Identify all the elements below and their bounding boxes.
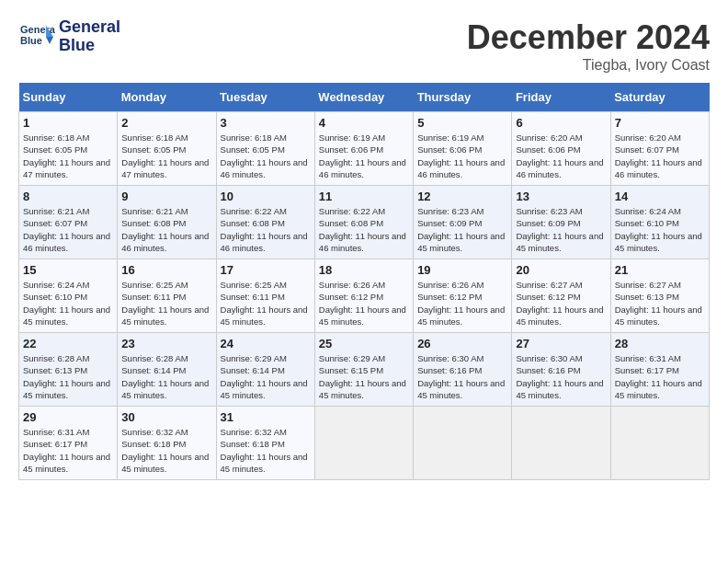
day-number: 26	[417, 337, 507, 350]
day-number: 4	[319, 116, 409, 130]
header-friday: Friday	[512, 83, 610, 112]
calendar-cell: 9Sunrise: 6:21 AMSunset: 6:08 PMDaylight…	[118, 186, 216, 259]
day-number: 9	[121, 190, 211, 203]
day-number: 20	[516, 263, 606, 277]
day-info: Sunrise: 6:19 AMSunset: 6:06 PMDaylight:…	[417, 132, 507, 180]
calendar-cell: 22Sunrise: 6:28 AMSunset: 6:13 PMDayligh…	[19, 333, 118, 407]
header-tuesday: Tuesday	[216, 83, 314, 112]
calendar-cell: 8Sunrise: 6:21 AMSunset: 6:07 PMDaylight…	[19, 186, 118, 259]
day-number: 17	[221, 263, 311, 277]
calendar-cell: 15Sunrise: 6:24 AMSunset: 6:10 PMDayligh…	[19, 259, 118, 333]
day-info: Sunrise: 6:32 AMSunset: 6:18 PMDaylight:…	[221, 426, 311, 475]
day-info: Sunrise: 6:19 AMSunset: 6:06 PMDaylight:…	[319, 132, 409, 180]
calendar-cell: 1Sunrise: 6:18 AMSunset: 6:05 PMDaylight…	[19, 112, 118, 186]
calendar-cell: 23Sunrise: 6:28 AMSunset: 6:14 PMDayligh…	[118, 333, 216, 407]
day-number: 23	[121, 337, 211, 350]
calendar-cell: 7Sunrise: 6:20 AMSunset: 6:07 PMDaylight…	[610, 112, 709, 186]
header-thursday: Thursday	[414, 83, 512, 112]
calendar-cell: 4Sunrise: 6:19 AMSunset: 6:06 PMDaylight…	[314, 112, 413, 186]
calendar-cell: 28Sunrise: 6:31 AMSunset: 6:17 PMDayligh…	[610, 333, 709, 407]
day-info: Sunrise: 6:20 AMSunset: 6:06 PMDaylight:…	[516, 132, 606, 180]
day-number: 31	[221, 410, 311, 424]
day-number: 25	[319, 337, 409, 350]
day-info: Sunrise: 6:18 AMSunset: 6:05 PMDaylight:…	[221, 132, 311, 180]
calendar-cell	[314, 407, 413, 480]
day-number: 28	[615, 337, 705, 350]
calendar-cell	[512, 407, 610, 480]
calendar-table: SundayMondayTuesdayWednesdayThursdayFrid…	[18, 83, 710, 480]
calendar-cell: 24Sunrise: 6:29 AMSunset: 6:14 PMDayligh…	[216, 333, 314, 407]
page-header: General Blue General Blue December 2024 …	[18, 18, 710, 74]
day-info: Sunrise: 6:24 AMSunset: 6:10 PMDaylight:…	[615, 205, 705, 254]
day-number: 2	[121, 116, 211, 130]
day-info: Sunrise: 6:30 AMSunset: 6:16 PMDaylight:…	[417, 352, 507, 401]
calendar-cell: 29Sunrise: 6:31 AMSunset: 6:17 PMDayligh…	[19, 407, 118, 480]
calendar-cell: 30Sunrise: 6:32 AMSunset: 6:18 PMDayligh…	[118, 407, 216, 480]
day-number: 21	[615, 263, 705, 277]
day-number: 14	[615, 190, 705, 203]
day-info: Sunrise: 6:27 AMSunset: 6:13 PMDaylight:…	[615, 279, 705, 327]
calendar-cell: 25Sunrise: 6:29 AMSunset: 6:15 PMDayligh…	[314, 333, 413, 407]
day-number: 7	[615, 116, 705, 130]
day-info: Sunrise: 6:29 AMSunset: 6:14 PMDaylight:…	[221, 352, 311, 401]
calendar-cell	[414, 407, 512, 480]
day-number: 8	[23, 190, 113, 203]
calendar-cell: 6Sunrise: 6:20 AMSunset: 6:06 PMDaylight…	[512, 112, 610, 186]
calendar-cell: 5Sunrise: 6:19 AMSunset: 6:06 PMDaylight…	[414, 112, 512, 186]
calendar-week-2: 8Sunrise: 6:21 AMSunset: 6:07 PMDaylight…	[19, 186, 710, 259]
calendar-cell: 3Sunrise: 6:18 AMSunset: 6:05 PMDaylight…	[216, 112, 314, 186]
calendar-cell: 26Sunrise: 6:30 AMSunset: 6:16 PMDayligh…	[414, 333, 512, 407]
calendar-cell: 16Sunrise: 6:25 AMSunset: 6:11 PMDayligh…	[118, 259, 216, 333]
day-number: 15	[23, 263, 113, 277]
logo-text: General Blue	[59, 18, 120, 55]
calendar-cell: 27Sunrise: 6:30 AMSunset: 6:16 PMDayligh…	[512, 333, 610, 407]
calendar-cell: 21Sunrise: 6:27 AMSunset: 6:13 PMDayligh…	[610, 259, 709, 333]
logo-icon: General Blue	[18, 18, 55, 55]
calendar-week-3: 15Sunrise: 6:24 AMSunset: 6:10 PMDayligh…	[19, 259, 710, 333]
header-wednesday: Wednesday	[314, 83, 413, 112]
day-info: Sunrise: 6:26 AMSunset: 6:12 PMDaylight:…	[319, 279, 409, 327]
calendar-week-1: 1Sunrise: 6:18 AMSunset: 6:05 PMDaylight…	[19, 112, 710, 186]
day-info: Sunrise: 6:25 AMSunset: 6:11 PMDaylight:…	[121, 279, 211, 327]
logo: General Blue General Blue	[18, 18, 120, 55]
calendar-cell: 18Sunrise: 6:26 AMSunset: 6:12 PMDayligh…	[314, 259, 413, 333]
calendar-cell	[610, 407, 709, 480]
day-number: 16	[121, 263, 211, 277]
day-number: 19	[417, 263, 507, 277]
day-info: Sunrise: 6:32 AMSunset: 6:18 PMDaylight:…	[121, 426, 211, 475]
header-sunday: Sunday	[19, 83, 118, 112]
day-info: Sunrise: 6:23 AMSunset: 6:09 PMDaylight:…	[516, 205, 606, 254]
day-number: 12	[417, 190, 507, 203]
day-number: 1	[23, 116, 113, 130]
day-info: Sunrise: 6:22 AMSunset: 6:08 PMDaylight:…	[319, 205, 409, 254]
day-number: 18	[319, 263, 409, 277]
day-info: Sunrise: 6:22 AMSunset: 6:08 PMDaylight:…	[221, 205, 311, 254]
day-info: Sunrise: 6:28 AMSunset: 6:14 PMDaylight:…	[121, 352, 211, 401]
location-title: Tiegba, Ivory Coast	[467, 57, 710, 74]
day-number: 29	[23, 410, 113, 424]
calendar-cell: 31Sunrise: 6:32 AMSunset: 6:18 PMDayligh…	[216, 407, 314, 480]
day-info: Sunrise: 6:20 AMSunset: 6:07 PMDaylight:…	[615, 132, 705, 180]
day-info: Sunrise: 6:30 AMSunset: 6:16 PMDaylight:…	[516, 352, 606, 401]
svg-text:Blue: Blue	[20, 35, 42, 46]
calendar-cell: 13Sunrise: 6:23 AMSunset: 6:09 PMDayligh…	[512, 186, 610, 259]
day-info: Sunrise: 6:26 AMSunset: 6:12 PMDaylight:…	[417, 279, 507, 327]
day-info: Sunrise: 6:28 AMSunset: 6:13 PMDaylight:…	[23, 352, 113, 401]
day-info: Sunrise: 6:21 AMSunset: 6:07 PMDaylight:…	[23, 205, 113, 254]
day-info: Sunrise: 6:18 AMSunset: 6:05 PMDaylight:…	[121, 132, 211, 180]
calendar-cell: 14Sunrise: 6:24 AMSunset: 6:10 PMDayligh…	[610, 186, 709, 259]
day-number: 3	[221, 116, 311, 130]
day-info: Sunrise: 6:18 AMSunset: 6:05 PMDaylight:…	[23, 132, 113, 180]
day-number: 10	[221, 190, 311, 203]
calendar-cell: 11Sunrise: 6:22 AMSunset: 6:08 PMDayligh…	[314, 186, 413, 259]
calendar-cell: 12Sunrise: 6:23 AMSunset: 6:09 PMDayligh…	[414, 186, 512, 259]
day-info: Sunrise: 6:29 AMSunset: 6:15 PMDaylight:…	[319, 352, 409, 401]
calendar-cell: 19Sunrise: 6:26 AMSunset: 6:12 PMDayligh…	[414, 259, 512, 333]
day-info: Sunrise: 6:27 AMSunset: 6:12 PMDaylight:…	[516, 279, 606, 327]
day-info: Sunrise: 6:23 AMSunset: 6:09 PMDaylight:…	[417, 205, 507, 254]
day-number: 13	[516, 190, 606, 203]
day-info: Sunrise: 6:31 AMSunset: 6:17 PMDaylight:…	[615, 352, 705, 401]
calendar-week-4: 22Sunrise: 6:28 AMSunset: 6:13 PMDayligh…	[19, 333, 710, 407]
day-info: Sunrise: 6:21 AMSunset: 6:08 PMDaylight:…	[121, 205, 211, 254]
header-monday: Monday	[118, 83, 216, 112]
